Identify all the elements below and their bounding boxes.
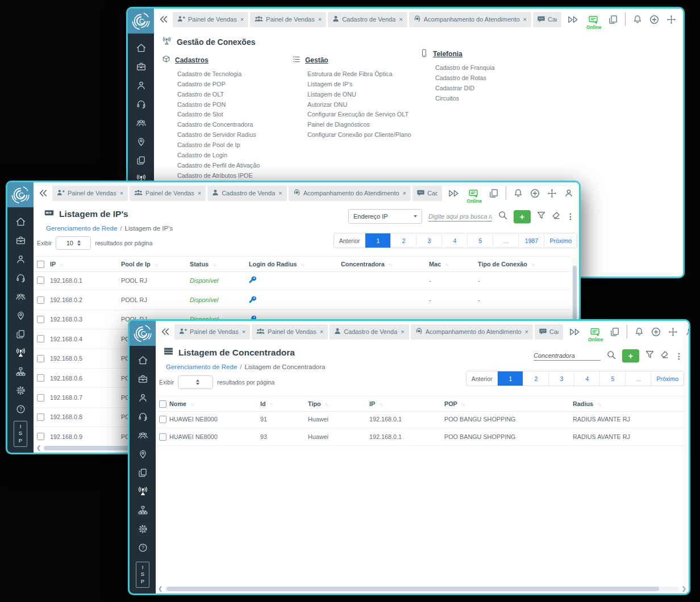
antenna-icon[interactable] [15,347,26,358]
briefcase-icon[interactable] [135,61,147,72]
pagination-page-3[interactable]: 3 [416,233,441,248]
collapse-tabs-icon[interactable] [38,188,48,198]
row-checkbox[interactable] [37,277,44,284]
per-page-select[interactable] [178,375,213,389]
fast-forward-tabs-icon[interactable] [448,189,460,198]
close-tab-icon[interactable]: × [399,16,402,23]
row-checkbox[interactable] [37,394,44,402]
user-profile-icon[interactable] [685,327,689,336]
clients-icon[interactable] [137,392,148,403]
notifications-bell-icon[interactable] [635,327,644,336]
tab-cadastro-de-eventos[interactable]: Cadastro de Eventos: L [535,324,563,340]
close-tab-icon[interactable]: × [198,190,201,197]
documents-icon[interactable] [15,328,26,340]
app-logo[interactable]: C [130,321,156,346]
team-icon[interactable] [135,117,147,128]
pagination-page-2[interactable]: 2 [523,371,548,386]
chat-online-icon[interactable]: Online [586,15,601,30]
menu-item[interactable]: Configurar Conexão por Cliente/Plano [307,131,426,139]
sort-icon[interactable]: ↑↓ [445,262,448,267]
quick-search-input[interactable] [428,212,492,221]
sort-icon[interactable]: ↑↓ [155,262,158,267]
sort-icon[interactable]: ↑↓ [213,262,216,267]
pagination-page-3[interactable]: 3 [548,371,574,386]
user-profile-icon[interactable] [564,189,573,198]
table-row[interactable]: 192.168.0.1 POOL RJ Disponível - - [34,271,571,290]
row-checkbox[interactable] [159,416,166,423]
close-tab-icon[interactable]: × [278,190,282,197]
documents-icon[interactable] [137,467,148,478]
headset-icon[interactable] [15,272,26,283]
tab-acompanhamento-do-atendimento[interactable]: Acompanhamento do Atendimento × [289,186,411,201]
radius-login-key-icon[interactable] [249,276,341,285]
pagination-previous[interactable]: Anterior [334,233,365,248]
menu-item[interactable]: Cadastro de Login [177,151,288,159]
row-checkbox[interactable] [37,413,44,421]
tab-painel-de-vendas[interactable]: Painel de Vendas × [173,12,248,27]
sort-icon[interactable]: ↑↓ [389,262,392,267]
settings-icon[interactable] [15,384,26,396]
add-circle-icon[interactable] [649,15,659,24]
pagination-previous[interactable]: Anterior [466,371,498,386]
menu-item[interactable]: Painel de Diagnósticos [307,120,426,128]
close-tab-icon[interactable]: × [523,16,527,23]
row-checkbox[interactable] [37,433,44,440]
menu-item[interactable]: Cadastro de OLT [177,90,288,98]
search-icon[interactable] [607,350,616,362]
close-tab-icon[interactable]: × [401,328,404,335]
scroll-right-icon[interactable]: ❯ [682,586,686,592]
table-row[interactable]: 192.168.0.2 POOL RJ Disponível - - [34,290,571,310]
tab-cadastro-de-eventos[interactable]: Cadastro de Eventos: L [533,12,561,27]
briefcase-icon[interactable] [137,373,148,384]
select-all-checkbox[interactable] [159,400,166,408]
sort-icon[interactable]: ↑↓ [461,402,465,407]
sort-icon[interactable]: ↑↓ [270,402,273,407]
home-icon[interactable] [135,42,147,53]
team-icon[interactable] [15,291,26,302]
sidebar-isp-badge[interactable]: I S P [14,421,27,447]
sort-icon[interactable]: ↑↓ [301,262,305,267]
add-circle-icon[interactable] [651,327,661,337]
help-icon[interactable]: ? [15,403,26,415]
tab-painel-de-vendas-2[interactable]: Painel de Vendas × [130,186,206,201]
menu-item[interactable]: Cadastro de Slot [177,110,288,118]
radius-login-key-icon[interactable] [249,296,341,304]
location-icon[interactable] [15,310,26,321]
row-checkbox[interactable] [37,374,44,382]
tab-cadastro-de-venda[interactable]: Cadastro de Venda × [207,186,287,201]
tab-painel-de-vendas-2[interactable]: Painel de Vendas × [252,324,328,340]
menu-section-header[interactable]: Cadastros [162,55,288,65]
documents-icon[interactable] [135,154,147,166]
move-window-icon[interactable] [666,15,676,24]
chat-online-icon[interactable]: Online [467,189,482,204]
pagination-last[interactable]: 1987 [518,233,544,248]
close-tab-icon[interactable]: × [318,16,322,23]
menu-section-header[interactable]: Telefonia [420,49,525,59]
pagination-page-5[interactable]: 5 [467,233,493,248]
menu-item[interactable]: Cadastro de Atributos IPOE [177,172,288,179]
copy-windows-icon[interactable] [489,189,498,198]
location-icon[interactable] [137,448,148,459]
select-all-checkbox[interactable] [37,261,44,268]
pagination-next[interactable]: Próximo [544,233,577,248]
help-icon[interactable]: ? [137,542,148,553]
pagination-page-4[interactable]: 4 [441,233,467,248]
tab-painel-de-vendas[interactable]: Painel de Vendas × [52,186,128,201]
pagination-page-1[interactable]: 1 [365,233,390,248]
menu-item[interactable]: Listagem de ONU [307,90,426,98]
close-tab-icon[interactable]: × [403,190,406,197]
filter-icon[interactable] [645,350,654,361]
move-window-icon[interactable] [547,189,557,198]
breadcrumb-parent[interactable]: Gerenciamento de Rede [46,225,117,232]
menu-section-header[interactable]: Gestão [292,55,426,65]
tab-acompanhamento-do-atendimento[interactable]: Acompanhamento do Atendimento × [409,12,531,27]
menu-item[interactable]: Cadastrar DID [435,84,525,92]
menu-item[interactable]: Estrutura de Rede Fibra Óptica [307,70,426,78]
chat-online-icon[interactable]: Online [588,328,603,342]
pagination-next[interactable]: Próximo [651,371,684,386]
table-row[interactable]: HUAWEI NE8000 93 Huawei 192.168.0.1 POO … [156,428,684,446]
horizontal-scrollbar[interactable]: ❮ ❯ [158,586,686,592]
row-checkbox[interactable] [37,335,44,342]
eraser-icon[interactable] [552,211,560,222]
menu-item[interactable]: Cadastro de Pool de Ip [177,141,288,149]
